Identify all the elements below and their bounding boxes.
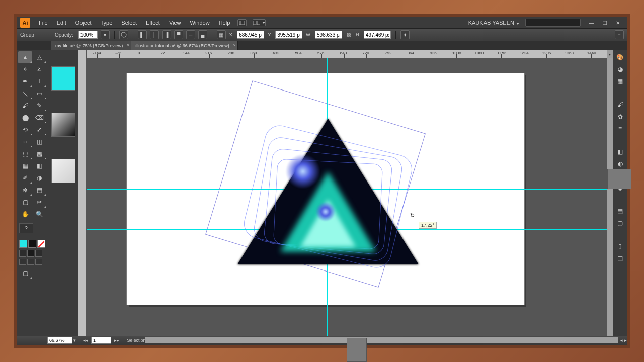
brushes-panel-icon[interactable]: 🖌 (615, 100, 625, 110)
transform-panel-icon[interactable]: ▦ (217, 30, 226, 39)
color-mode-icon[interactable] (19, 250, 26, 257)
blend-tool-icon[interactable]: ◑ (32, 172, 46, 184)
opacity-input[interactable] (78, 31, 98, 39)
menu-edit[interactable]: Edit (53, 18, 70, 27)
perspective-grid-tool-icon[interactable]: ▩ (32, 148, 46, 160)
hscroll-right-arrow-icon[interactable]: ▸ (607, 50, 613, 58)
screen-mode-icon[interactable]: ▢ (18, 267, 32, 279)
draw-inside-icon[interactable] (35, 259, 42, 265)
arrange-documents-icon[interactable] (253, 19, 266, 26)
gradient-panel-icon[interactable]: ◧ (615, 147, 625, 157)
fill-stroke-swatches[interactable] (19, 240, 45, 248)
align-right-icon[interactable]: ▐ (162, 30, 171, 39)
symbols-panel-icon[interactable]: ✿ (615, 112, 625, 122)
window-maximize-button[interactable]: ❐ (599, 19, 611, 27)
color-guide-panel-icon[interactable]: ◕ (615, 64, 625, 74)
isolate-group-icon[interactable]: ✦ (400, 30, 410, 39)
blob-brush-tool-icon[interactable]: ⬤ (18, 112, 32, 124)
shape-builder-tool-icon[interactable]: ⬚ (18, 148, 32, 160)
swatches-panel-icon[interactable]: ▦ (615, 76, 625, 86)
close-icon[interactable]: × (233, 43, 236, 48)
swatch-cyan[interactable] (51, 66, 75, 90)
horizontal-ruler[interactable]: -144-72072144216288360432504576648720792… (87, 50, 607, 58)
horizontal-scrollbar[interactable] (145, 337, 618, 343)
symbol-sprayer-tool-icon[interactable]: ✼ (18, 184, 32, 196)
eraser-tool-icon[interactable]: ⌫ (32, 112, 46, 124)
vertical-ruler[interactable] (78, 58, 87, 336)
pencil-tool-icon[interactable]: ✎ (32, 100, 46, 112)
menu-effect[interactable]: Effect (142, 18, 164, 27)
column-graph-tool-icon[interactable]: ▤ (32, 184, 46, 196)
free-transform-tool-icon[interactable]: ◫ (32, 136, 46, 148)
constrain-proportions-icon[interactable]: ⛓ (345, 30, 352, 39)
tool-hints-icon[interactable]: ? (19, 223, 33, 233)
draw-normal-icon[interactable] (19, 259, 26, 265)
document-tab[interactable]: my-file.ai* @ 75% (RGB/Preview)× (51, 41, 131, 50)
align-bottom-icon[interactable]: ▄ (198, 30, 207, 39)
align-center-h-icon[interactable]: │ (150, 30, 159, 39)
align-center-v-icon[interactable]: ─ (186, 30, 195, 39)
stroke-panel-icon[interactable]: ≡ (615, 124, 625, 134)
artboard-nav-input[interactable]: 1 (91, 337, 111, 344)
recolor-artwork-icon[interactable] (119, 30, 128, 39)
transparency-panel-icon[interactable]: ◐ (615, 159, 625, 169)
none-mode-icon[interactable] (35, 250, 42, 257)
canvas[interactable]: ↻ 17.22° (87, 58, 607, 336)
swatch-gradient[interactable] (51, 113, 75, 137)
vertical-scrollbar[interactable] (607, 58, 613, 336)
artboard-tool-icon[interactable]: ▢ (18, 196, 32, 208)
layout-essentials-icon[interactable] (237, 19, 247, 26)
menu-help[interactable]: Help (215, 18, 234, 27)
scale-tool-icon[interactable]: ⤢ (32, 124, 46, 136)
opacity-dropdown-icon[interactable]: ▾ (101, 30, 110, 39)
y-input[interactable] (275, 31, 302, 39)
menu-select[interactable]: Select (118, 18, 140, 27)
eyedropper-tool-icon[interactable]: ✐ (18, 172, 32, 184)
h-input[interactable] (364, 31, 391, 39)
menu-object[interactable]: Object (72, 18, 95, 27)
close-icon[interactable]: × (127, 43, 129, 48)
width-tool-icon[interactable]: ↔ (18, 136, 32, 148)
fill-swatch-icon[interactable] (19, 240, 27, 248)
mesh-tool-icon[interactable]: ▦ (18, 160, 32, 172)
rotate-tool-icon[interactable]: ⟲ (18, 124, 32, 136)
color-panel-icon[interactable]: 🎨 (615, 52, 625, 62)
vscroll-thumb[interactable] (607, 169, 631, 189)
artboards-panel-icon[interactable]: ▢ (615, 218, 625, 228)
menu-type[interactable]: Type (97, 18, 116, 27)
rectangle-tool-icon[interactable]: ▭ (32, 87, 46, 100)
pathfinder-panel-icon[interactable]: ◫ (615, 253, 625, 263)
type-tool-icon[interactable]: T (32, 75, 46, 87)
gradient-tool-icon[interactable]: ◧ (32, 160, 46, 172)
draw-behind-icon[interactable] (27, 259, 34, 265)
document-tab[interactable]: illustrator-tutorial.ai* @ 66.67% (RGB/P… (131, 41, 238, 50)
menu-window[interactable]: Window (187, 18, 213, 27)
selection-tool-icon[interactable]: ▲ (18, 51, 32, 63)
pen-tool-icon[interactable]: ✒ (18, 75, 32, 87)
align-left-icon[interactable]: ▌ (138, 30, 147, 39)
slice-tool-icon[interactable]: ✂ (32, 196, 46, 208)
ruler-origin[interactable] (78, 50, 87, 58)
zoom-tool-icon[interactable]: 🔍 (32, 208, 46, 220)
align-panel-icon[interactable]: ▯ (615, 241, 625, 251)
align-top-icon[interactable]: ▀ (174, 30, 183, 39)
window-close-button[interactable]: ✕ (612, 19, 624, 27)
hscroll-thumb[interactable] (347, 338, 367, 362)
layers-panel-icon[interactable]: ▤ (615, 206, 625, 216)
user-name[interactable]: KAUKAB YASEEN (468, 20, 519, 26)
none-swatch-icon[interactable] (37, 240, 45, 248)
menu-file[interactable]: File (35, 18, 51, 27)
hand-tool-icon[interactable]: ✋ (18, 208, 32, 220)
swatch-grey[interactable] (51, 159, 75, 183)
x-input[interactable] (237, 31, 264, 39)
paintbrush-tool-icon[interactable]: 🖌 (18, 100, 32, 112)
magic-wand-tool-icon[interactable]: ✧ (18, 63, 32, 75)
search-input[interactable] (525, 19, 581, 27)
w-input[interactable] (315, 31, 342, 39)
direct-selection-tool-icon[interactable]: △ (32, 51, 46, 63)
lasso-tool-icon[interactable]: Ⳛ (32, 63, 46, 75)
gradient-mode-icon[interactable] (27, 250, 34, 257)
window-minimize-button[interactable]: — (586, 19, 598, 27)
line-segment-tool-icon[interactable]: ＼ (18, 87, 32, 100)
stroke-swatch-icon[interactable] (28, 240, 36, 248)
